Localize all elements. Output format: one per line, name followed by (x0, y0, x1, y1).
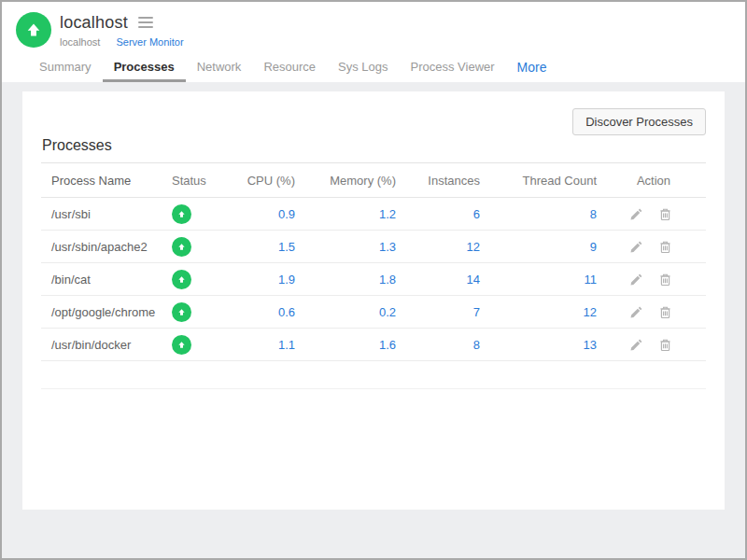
process-name: /usr/bin/docker (41, 329, 167, 361)
threads-value[interactable]: 12 (485, 296, 601, 329)
status-up-icon (172, 204, 191, 224)
tab-process-viewer[interactable]: Process Viewer (400, 54, 506, 82)
processes-table: Process Name Status CPU (%) Memory (%) I… (41, 163, 706, 389)
table-row: /bin/cat 1.9 1.8 14 11 (41, 263, 706, 296)
breadcrumb-host: localhost (60, 36, 100, 48)
tab-summary[interactable]: Summary (28, 54, 103, 82)
processes-card: Discover Processes Processes Process Nam… (22, 91, 725, 510)
hamburger-icon[interactable] (138, 15, 153, 30)
trash-icon[interactable] (658, 207, 672, 221)
cpu-value[interactable]: 0.6 (228, 296, 300, 329)
table-row: /usr/sbi 0.9 1.2 6 8 (41, 198, 706, 231)
cpu-value[interactable]: 1.1 (228, 329, 300, 361)
tab-sys-logs[interactable]: Sys Logs (327, 54, 399, 82)
trash-icon[interactable] (658, 240, 672, 254)
empty-table-row (41, 361, 706, 389)
process-name: /usr/sbin/apache2 (41, 231, 167, 263)
memory-value[interactable]: 1.3 (300, 231, 401, 263)
table-row: /usr/sbin/apache2 1.5 1.3 12 9 (41, 231, 706, 263)
section-title: Processes (41, 137, 706, 163)
tab-resource[interactable]: Resource (252, 54, 327, 82)
tab-processes[interactable]: Processes (103, 54, 186, 82)
breadcrumb: localhost Server Monitor (60, 36, 184, 48)
table-header-row: Process Name Status CPU (%) Memory (%) I… (41, 163, 706, 198)
column-header-action: Action (601, 163, 706, 198)
up-arrow-icon (25, 21, 42, 38)
status-up-icon (172, 335, 191, 355)
memory-value[interactable]: 1.8 (300, 263, 401, 296)
tab-more[interactable]: More (506, 54, 558, 82)
cpu-value[interactable]: 1.9 (228, 263, 300, 296)
tab-network[interactable]: Network (186, 54, 253, 82)
trash-icon[interactable] (658, 305, 672, 319)
process-name: /opt/google/chrome (41, 296, 167, 329)
memory-value[interactable]: 1.2 (300, 198, 401, 231)
trash-icon[interactable] (658, 338, 672, 352)
instances-value[interactable]: 14 (401, 263, 485, 296)
threads-value[interactable]: 11 (485, 263, 601, 296)
server-monitor-link[interactable]: Server Monitor (116, 36, 183, 48)
discover-processes-button[interactable]: Discover Processes (572, 108, 706, 135)
threads-value[interactable]: 9 (485, 231, 601, 263)
column-header-memory: Memory (%) (300, 163, 401, 198)
threads-value[interactable]: 13 (485, 329, 601, 361)
threads-value[interactable]: 8 (485, 198, 601, 231)
pencil-icon[interactable] (629, 240, 643, 254)
table-row: /usr/bin/docker 1.1 1.6 8 13 (41, 329, 706, 361)
page-title: localhost (60, 13, 128, 33)
cpu-value[interactable]: 1.5 (228, 231, 300, 263)
cpu-value[interactable]: 0.9 (228, 198, 300, 231)
instances-value[interactable]: 12 (401, 231, 485, 263)
status-up-icon (172, 237, 191, 257)
status-up-icon (172, 270, 191, 289)
pencil-icon[interactable] (629, 273, 643, 287)
tab-bar: Summary Processes Network Resource Sys L… (16, 54, 745, 82)
column-header-status: Status (167, 163, 228, 198)
process-name: /usr/sbi (41, 198, 167, 231)
page-content: Discover Processes Processes Process Nam… (2, 82, 745, 558)
pencil-icon[interactable] (629, 305, 643, 319)
process-name: /bin/cat (41, 263, 167, 296)
instances-value[interactable]: 6 (401, 198, 485, 231)
column-header-cpu: CPU (%) (228, 163, 300, 198)
table-row: /opt/google/chrome 0.6 0.2 7 12 (41, 296, 706, 329)
memory-value[interactable]: 1.6 (300, 329, 401, 361)
instances-value[interactable]: 8 (401, 329, 485, 361)
instances-value[interactable]: 7 (401, 296, 485, 329)
host-status-icon (16, 12, 51, 48)
column-header-process-name: Process Name (41, 163, 167, 198)
memory-value[interactable]: 0.2 (300, 296, 401, 329)
column-header-instances: Instances (401, 163, 485, 198)
app-header: localhost localhost Server Monitor Summa… (2, 2, 745, 82)
column-header-thread-count: Thread Count (485, 163, 601, 198)
pencil-icon[interactable] (629, 207, 643, 221)
status-up-icon (172, 302, 191, 322)
trash-icon[interactable] (658, 273, 672, 287)
pencil-icon[interactable] (629, 338, 643, 352)
